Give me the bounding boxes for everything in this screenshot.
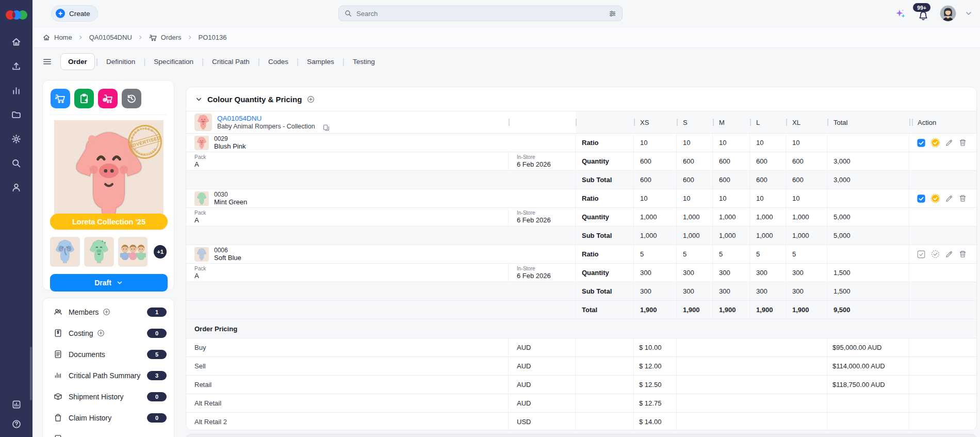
status-dropdown-button[interactable]: Draft bbox=[50, 274, 168, 292]
size-qty-value: 300 bbox=[713, 282, 750, 300]
approve-seal[interactable] bbox=[930, 193, 940, 203]
section-title: Colour Quantity & Pricing bbox=[207, 95, 302, 104]
tab-separator: | bbox=[96, 57, 98, 67]
delete-trash[interactable] bbox=[958, 250, 967, 258]
quantity-row-label: Quantity bbox=[576, 208, 634, 226]
colour-thumbnail[interactable] bbox=[194, 247, 209, 262]
search-input[interactable]: Search bbox=[338, 6, 623, 21]
summary-item-costing[interactable]: Costing0 bbox=[43, 322, 174, 344]
status-label: Draft bbox=[94, 279, 111, 287]
rail-analytics-button[interactable] bbox=[0, 78, 32, 103]
rail-reports-button[interactable] bbox=[0, 395, 32, 414]
tab-testing[interactable]: Testing bbox=[346, 54, 382, 70]
delete-trash[interactable] bbox=[958, 194, 967, 203]
ratio-total bbox=[827, 245, 909, 263]
menu-hamburger-icon[interactable] bbox=[42, 57, 52, 67]
history-button[interactable] bbox=[122, 89, 141, 108]
user-avatar[interactable] bbox=[940, 5, 956, 22]
create-button[interactable]: + Create bbox=[51, 5, 98, 22]
approve-seal[interactable] bbox=[930, 249, 940, 259]
order-pricing-header: Order Pricing bbox=[186, 319, 976, 338]
select-checkbox[interactable] bbox=[917, 250, 926, 259]
quantity-total: 3,000 bbox=[827, 152, 909, 170]
romper-elephant-blue-thumbnail[interactable] bbox=[50, 237, 80, 267]
size-qty-value: 1,900 bbox=[786, 301, 827, 319]
breadcrumb-item[interactable]: Orders bbox=[149, 34, 182, 42]
add-colour-icon[interactable] bbox=[306, 95, 315, 104]
product-thumbnail[interactable] bbox=[194, 114, 212, 131]
breadcrumb-item[interactable]: PO10136 bbox=[199, 34, 227, 41]
colour-thumbnail[interactable] bbox=[194, 136, 209, 150]
edit-pencil[interactable] bbox=[945, 194, 954, 203]
rail-profile-button[interactable] bbox=[0, 175, 32, 200]
tab-specification[interactable]: Specification bbox=[146, 54, 201, 70]
filter-tune-icon[interactable] bbox=[608, 9, 617, 18]
cart-remove-button[interactable] bbox=[98, 89, 118, 108]
sparkle-ai-icon[interactable] bbox=[894, 8, 906, 19]
collapse-chevron-icon[interactable] bbox=[195, 95, 203, 103]
summary-item-documents[interactable]: Documents5 bbox=[43, 344, 174, 365]
product-main-image[interactable]: ADVERTISED ADVERTISED ADVERTISED Loreta … bbox=[50, 120, 168, 230]
cart-icon bbox=[55, 93, 66, 104]
brand-logo[interactable] bbox=[0, 0, 32, 30]
pencil-icon bbox=[945, 250, 954, 258]
count-badge: 0 bbox=[147, 329, 167, 338]
approve-seal-icon bbox=[930, 138, 940, 148]
tab-critical-path[interactable]: Critical Path bbox=[205, 54, 257, 70]
rail-search-button[interactable] bbox=[0, 151, 32, 175]
tab-separator: | bbox=[297, 57, 299, 67]
next-section-peek[interactable] bbox=[186, 434, 977, 437]
add-costing-icon[interactable] bbox=[96, 329, 105, 337]
breadcrumb-item[interactable]: QA01054DNU bbox=[89, 34, 132, 41]
summary-item-members[interactable]: Members1 bbox=[43, 301, 174, 322]
colour-info-cell: 0029 Blush Pink bbox=[186, 134, 576, 152]
add-members-icon[interactable] bbox=[102, 307, 111, 316]
select-checkbox[interactable] bbox=[917, 138, 926, 148]
subtotal-total: 1,500 bbox=[827, 282, 909, 300]
tab-samples[interactable]: Samples bbox=[300, 54, 341, 70]
pricing-label: Alt Retail 2 bbox=[186, 413, 509, 430]
tab-separator: | bbox=[202, 57, 204, 67]
tab-codes[interactable]: Codes bbox=[261, 54, 296, 70]
colour-thumbnail[interactable] bbox=[194, 191, 209, 206]
shipment-icon bbox=[53, 392, 63, 401]
select-checkbox[interactable] bbox=[917, 194, 926, 203]
romper-dino-green-thumbnail[interactable] bbox=[84, 237, 114, 267]
edit-pencil[interactable] bbox=[945, 250, 954, 258]
edit-pencil[interactable] bbox=[945, 138, 954, 147]
members-icon bbox=[53, 307, 63, 317]
rail-home-button[interactable] bbox=[0, 30, 32, 54]
pack-cell: Pack A bbox=[186, 152, 509, 170]
size-qty-value: 1,000 bbox=[713, 208, 750, 226]
notifications-button[interactable]: 99+ bbox=[914, 3, 932, 24]
tab-definition[interactable]: Definition bbox=[99, 54, 142, 70]
copy-icon[interactable] bbox=[322, 124, 330, 132]
breadcrumb-item[interactable]: Home bbox=[42, 34, 72, 42]
clipboard-add-button[interactable] bbox=[74, 89, 94, 108]
babies-photo-thumbnail[interactable] bbox=[118, 237, 148, 267]
profile-icon bbox=[11, 182, 22, 193]
breadcrumb-chevron-icon bbox=[137, 34, 144, 41]
rail-folder-button[interactable] bbox=[0, 103, 32, 127]
more-images-badge[interactable]: +1 bbox=[154, 245, 167, 258]
size-column-header: XS bbox=[634, 111, 677, 133]
size-qty-value: 1,000 bbox=[750, 226, 786, 245]
summary-item-claim-history[interactable]: Claim History0 bbox=[43, 407, 174, 428]
delete-trash[interactable] bbox=[958, 138, 967, 147]
summary-item-critical-path-summary[interactable]: Critical Path Summary3 bbox=[43, 365, 174, 386]
product-code-link[interactable]: QA01054DNU bbox=[217, 114, 315, 123]
tab-order[interactable]: Order bbox=[60, 53, 95, 70]
pricing-unit-price: $ 12.00 bbox=[634, 357, 677, 375]
summary-item-more[interactable] bbox=[43, 428, 174, 437]
approve-seal[interactable] bbox=[930, 138, 940, 148]
summary-item-shipment-history[interactable]: Shipment History0 bbox=[43, 386, 174, 407]
rail-scrollbar[interactable] bbox=[30, 347, 32, 400]
size-qty-value: 1,000 bbox=[786, 208, 827, 226]
rail-settings-button[interactable] bbox=[0, 127, 32, 151]
rail-help-button[interactable] bbox=[0, 414, 32, 434]
size-qty-value: 600 bbox=[713, 171, 750, 189]
account-chevron-down-icon[interactable] bbox=[965, 9, 973, 18]
pricing-unit-price: $ 10.00 bbox=[634, 338, 677, 357]
rail-upload-button[interactable] bbox=[0, 54, 32, 78]
cart-button[interactable] bbox=[51, 89, 70, 108]
